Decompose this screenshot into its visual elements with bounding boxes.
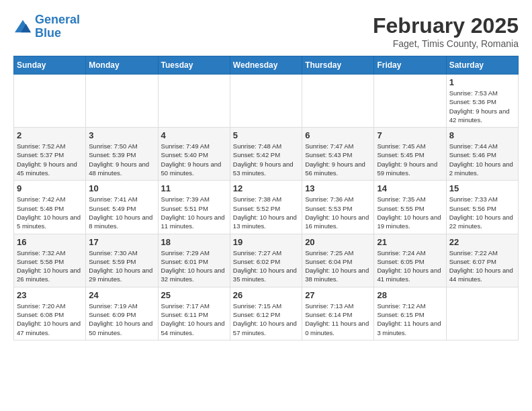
- day-info: Sunrise: 7:41 AM Sunset: 5:49 PM Dayligh…: [89, 195, 154, 230]
- day-info: Sunrise: 7:20 AM Sunset: 6:08 PM Dayligh…: [17, 302, 83, 337]
- calendar-cell: 17Sunrise: 7:30 AM Sunset: 5:59 PM Dayli…: [86, 234, 158, 287]
- calendar-cell: [446, 287, 518, 340]
- day-number: 12: [233, 183, 299, 193]
- calendar-row: 1Sunrise: 7:53 AM Sunset: 5:36 PM Daylig…: [14, 75, 519, 128]
- day-info: Sunrise: 7:47 AM Sunset: 5:43 PM Dayligh…: [305, 142, 371, 177]
- day-info: Sunrise: 7:42 AM Sunset: 5:48 PM Dayligh…: [17, 195, 83, 230]
- day-info: Sunrise: 7:13 AM Sunset: 6:14 PM Dayligh…: [305, 302, 371, 337]
- weekday-header-row: SundayMondayTuesdayWednesdayThursdayFrid…: [14, 56, 519, 75]
- day-info: Sunrise: 7:50 AM Sunset: 5:39 PM Dayligh…: [89, 142, 154, 177]
- day-info: Sunrise: 7:17 AM Sunset: 6:11 PM Dayligh…: [161, 302, 227, 337]
- calendar-table: SundayMondayTuesdayWednesdayThursdayFrid…: [13, 56, 519, 340]
- day-number: 7: [377, 130, 443, 140]
- calendar-cell: 5Sunrise: 7:48 AM Sunset: 5:42 PM Daylig…: [230, 128, 302, 181]
- calendar-cell: 7Sunrise: 7:45 AM Sunset: 5:45 PM Daylig…: [374, 128, 446, 181]
- day-number: 15: [449, 183, 515, 193]
- calendar-cell: 26Sunrise: 7:15 AM Sunset: 6:12 PM Dayli…: [230, 287, 302, 340]
- day-info: Sunrise: 7:32 AM Sunset: 5:58 PM Dayligh…: [17, 248, 83, 284]
- day-info: Sunrise: 7:44 AM Sunset: 5:46 PM Dayligh…: [449, 142, 515, 177]
- day-info: Sunrise: 7:39 AM Sunset: 5:51 PM Dayligh…: [161, 195, 227, 230]
- calendar-cell: 16Sunrise: 7:32 AM Sunset: 5:58 PM Dayli…: [14, 234, 86, 287]
- calendar-cell: 24Sunrise: 7:19 AM Sunset: 6:09 PM Dayli…: [86, 287, 158, 340]
- calendar-cell: 18Sunrise: 7:29 AM Sunset: 6:01 PM Dayli…: [158, 234, 230, 287]
- day-number: 1: [449, 77, 515, 87]
- calendar-cell: [86, 75, 158, 128]
- day-info: Sunrise: 7:19 AM Sunset: 6:09 PM Dayligh…: [89, 302, 154, 337]
- weekday-header-cell: Thursday: [302, 56, 374, 75]
- location-title: Faget, Timis County, Romania: [373, 38, 519, 49]
- calendar-body: 1Sunrise: 7:53 AM Sunset: 5:36 PM Daylig…: [14, 75, 519, 340]
- weekday-header-cell: Sunday: [14, 56, 86, 75]
- day-info: Sunrise: 7:38 AM Sunset: 5:52 PM Dayligh…: [233, 195, 299, 230]
- day-info: Sunrise: 7:24 AM Sunset: 6:05 PM Dayligh…: [377, 248, 443, 284]
- day-number: 3: [89, 130, 154, 140]
- weekday-header-cell: Tuesday: [158, 56, 230, 75]
- day-number: 22: [449, 237, 515, 247]
- weekday-header-cell: Wednesday: [230, 56, 302, 75]
- day-info: Sunrise: 7:12 AM Sunset: 6:15 PM Dayligh…: [377, 302, 443, 337]
- calendar-row: 9Sunrise: 7:42 AM Sunset: 5:48 PM Daylig…: [14, 181, 519, 234]
- calendar-cell: 4Sunrise: 7:49 AM Sunset: 5:40 PM Daylig…: [158, 128, 230, 181]
- logo-icon: [13, 19, 32, 35]
- day-info: Sunrise: 7:15 AM Sunset: 6:12 PM Dayligh…: [233, 302, 299, 337]
- day-info: Sunrise: 7:35 AM Sunset: 5:55 PM Dayligh…: [377, 195, 443, 230]
- calendar-cell: 14Sunrise: 7:35 AM Sunset: 5:55 PM Dayli…: [374, 181, 446, 234]
- calendar-cell: 19Sunrise: 7:27 AM Sunset: 6:02 PM Dayli…: [230, 234, 302, 287]
- weekday-header-cell: Friday: [374, 56, 446, 75]
- day-number: 18: [161, 237, 227, 247]
- calendar-cell: [158, 75, 230, 128]
- calendar-cell: 21Sunrise: 7:24 AM Sunset: 6:05 PM Dayli…: [374, 234, 446, 287]
- page-header: General Blue February 2025 Faget, Timis …: [13, 13, 519, 49]
- calendar-cell: [230, 75, 302, 128]
- calendar-cell: 12Sunrise: 7:38 AM Sunset: 5:52 PM Dayli…: [230, 181, 302, 234]
- calendar-cell: 28Sunrise: 7:12 AM Sunset: 6:15 PM Dayli…: [374, 287, 446, 340]
- calendar-cell: 27Sunrise: 7:13 AM Sunset: 6:14 PM Dayli…: [302, 287, 374, 340]
- day-number: 11: [161, 183, 227, 193]
- day-number: 8: [449, 130, 515, 140]
- day-info: Sunrise: 7:52 AM Sunset: 5:37 PM Dayligh…: [17, 142, 83, 177]
- day-number: 20: [305, 237, 371, 247]
- calendar-cell: [374, 75, 446, 128]
- day-number: 13: [305, 183, 371, 193]
- day-info: Sunrise: 7:45 AM Sunset: 5:45 PM Dayligh…: [377, 142, 443, 177]
- day-number: 27: [305, 290, 371, 300]
- calendar-cell: 22Sunrise: 7:22 AM Sunset: 6:07 PM Dayli…: [446, 234, 518, 287]
- day-info: Sunrise: 7:49 AM Sunset: 5:40 PM Dayligh…: [161, 142, 227, 177]
- day-number: 9: [17, 183, 83, 193]
- weekday-header-cell: Saturday: [446, 56, 518, 75]
- calendar-cell: 3Sunrise: 7:50 AM Sunset: 5:39 PM Daylig…: [86, 128, 158, 181]
- weekday-header-cell: Monday: [86, 56, 158, 75]
- logo: General Blue: [13, 13, 80, 40]
- calendar-cell: 8Sunrise: 7:44 AM Sunset: 5:46 PM Daylig…: [446, 128, 518, 181]
- calendar-cell: 20Sunrise: 7:25 AM Sunset: 6:04 PM Dayli…: [302, 234, 374, 287]
- calendar-cell: 1Sunrise: 7:53 AM Sunset: 5:36 PM Daylig…: [446, 75, 518, 128]
- day-number: 16: [17, 237, 83, 247]
- day-info: Sunrise: 7:36 AM Sunset: 5:53 PM Dayligh…: [305, 195, 371, 230]
- day-number: 21: [377, 237, 443, 247]
- day-info: Sunrise: 7:30 AM Sunset: 5:59 PM Dayligh…: [89, 248, 154, 284]
- calendar-cell: 11Sunrise: 7:39 AM Sunset: 5:51 PM Dayli…: [158, 181, 230, 234]
- day-number: 24: [89, 290, 154, 300]
- day-info: Sunrise: 7:25 AM Sunset: 6:04 PM Dayligh…: [305, 248, 371, 284]
- day-number: 5: [233, 130, 299, 140]
- day-info: Sunrise: 7:53 AM Sunset: 5:36 PM Dayligh…: [449, 89, 515, 124]
- calendar-cell: [14, 75, 86, 128]
- day-number: 23: [17, 290, 83, 300]
- calendar-cell: 9Sunrise: 7:42 AM Sunset: 5:48 PM Daylig…: [14, 181, 86, 234]
- calendar-cell: 23Sunrise: 7:20 AM Sunset: 6:08 PM Dayli…: [14, 287, 86, 340]
- day-info: Sunrise: 7:22 AM Sunset: 6:07 PM Dayligh…: [449, 248, 515, 284]
- day-number: 25: [161, 290, 227, 300]
- calendar-cell: [302, 75, 374, 128]
- day-number: 4: [161, 130, 227, 140]
- day-number: 10: [89, 183, 154, 193]
- month-title: February 2025: [373, 13, 519, 38]
- day-number: 19: [233, 237, 299, 247]
- day-info: Sunrise: 7:48 AM Sunset: 5:42 PM Dayligh…: [233, 142, 299, 177]
- day-number: 2: [17, 130, 83, 140]
- calendar-cell: 10Sunrise: 7:41 AM Sunset: 5:49 PM Dayli…: [86, 181, 158, 234]
- calendar-row: 16Sunrise: 7:32 AM Sunset: 5:58 PM Dayli…: [14, 234, 519, 287]
- title-area: February 2025 Faget, Timis County, Roman…: [373, 13, 519, 49]
- day-number: 26: [233, 290, 299, 300]
- calendar-row: 23Sunrise: 7:20 AM Sunset: 6:08 PM Dayli…: [14, 287, 519, 340]
- calendar-cell: 15Sunrise: 7:33 AM Sunset: 5:56 PM Dayli…: [446, 181, 518, 234]
